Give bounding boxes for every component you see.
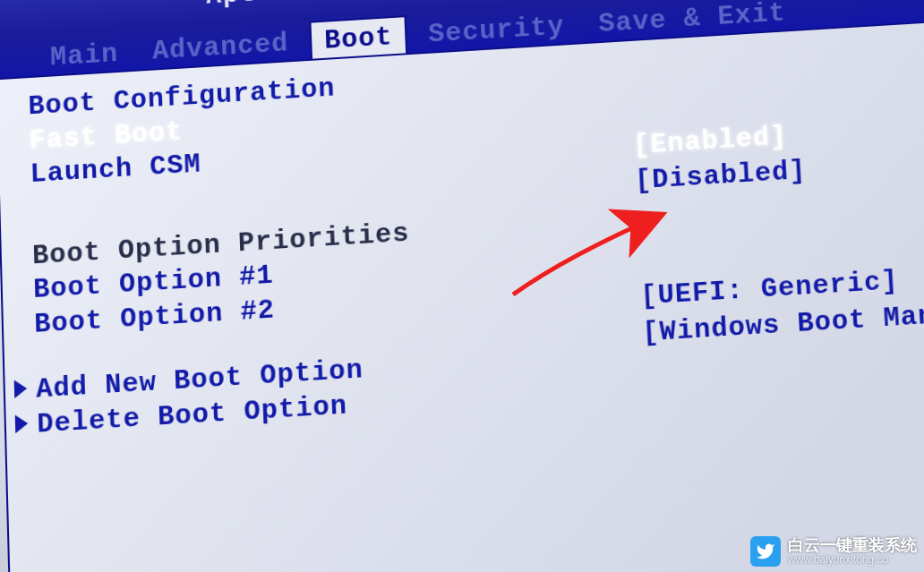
tab-main[interactable]: Main <box>38 34 132 75</box>
watermark: 白云一键重装系统 www.baiyunxitong.co <box>750 536 917 567</box>
watermark-logo-icon <box>750 536 781 567</box>
bios-screen: Aptio Setup Utility - Copyright (C) 20 M… <box>0 0 924 572</box>
caret-icon <box>15 414 29 432</box>
caret-icon <box>14 380 28 398</box>
watermark-text: 白云一键重装系统 www.baiyunxitong.co <box>788 537 917 565</box>
watermark-line2: www.baiyunxitong.co <box>788 554 917 566</box>
main-pane: Boot Configuration Fast Boot [Enabled] L… <box>0 19 924 572</box>
watermark-line1: 白云一键重装系统 <box>788 537 917 554</box>
